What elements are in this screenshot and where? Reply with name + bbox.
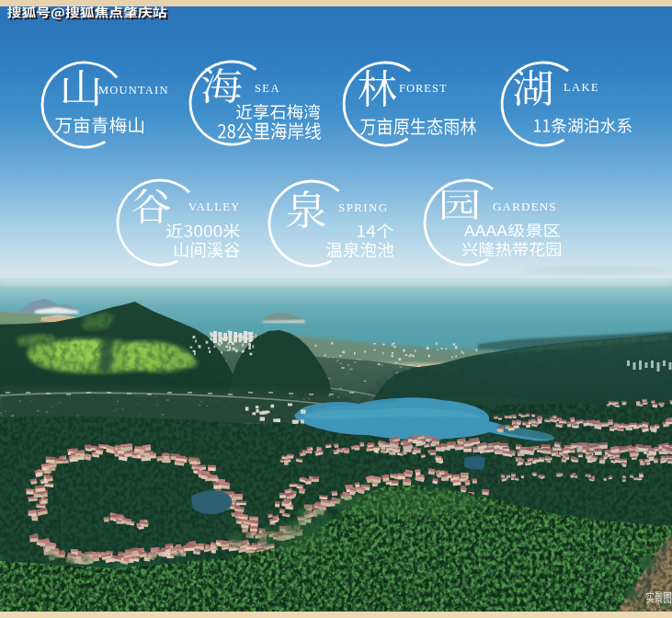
svg-text:MOUNTAIN: MOUNTAIN [98,84,169,97]
svg-text:SPRING: SPRING [338,200,389,214]
svg-text:LAKE: LAKE [564,81,599,94]
svg-text:FOREST: FOREST [399,82,448,95]
svg-text:VALLEY: VALLEY [188,200,241,213]
svg-text:GARDENS: GARDENS [493,200,557,213]
svg-text:SEA: SEA [255,82,280,95]
